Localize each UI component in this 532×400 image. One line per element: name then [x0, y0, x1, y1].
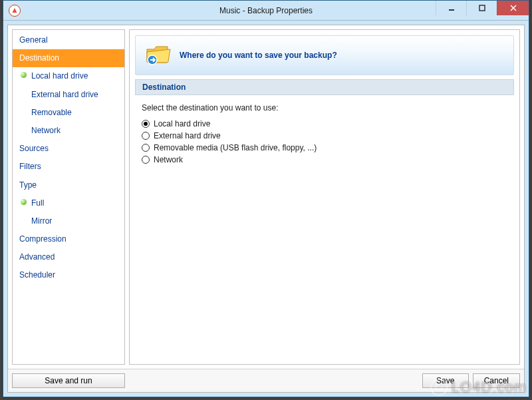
- radio-label: Removable media (USB flash drive, floppy…: [154, 143, 317, 152]
- radio-external-hard-drive[interactable]: External hard drive: [142, 130, 507, 142]
- radio-label: External hard drive: [154, 131, 221, 140]
- radio-icon: [142, 132, 150, 140]
- sidebar-item-removable[interactable]: Removable: [13, 104, 124, 122]
- sidebar-item-general[interactable]: General: [13, 31, 124, 49]
- main-area: General Destination Local hard drive Ext…: [8, 25, 524, 369]
- radio-icon: [142, 120, 150, 128]
- sidebar-item-filters[interactable]: Filters: [13, 158, 124, 176]
- sidebar-item-external-hard-drive[interactable]: External hard drive: [13, 86, 124, 104]
- radio-removable-media[interactable]: Removable media (USB flash drive, floppy…: [142, 142, 507, 154]
- minimize-button[interactable]: [436, 1, 466, 15]
- radio-icon: [142, 144, 150, 152]
- sidebar-item-full[interactable]: Full: [13, 194, 124, 212]
- svg-rect-0: [449, 9, 454, 11]
- cancel-button[interactable]: Cancel: [473, 373, 520, 388]
- sidebar-item-mirror[interactable]: Mirror: [13, 212, 124, 230]
- content-panel: Where do you want to save your backup? D…: [129, 29, 520, 365]
- close-button[interactable]: [497, 1, 529, 15]
- maximize-button[interactable]: [466, 1, 497, 15]
- sidebar-item-scheduler[interactable]: Scheduler: [13, 266, 124, 284]
- radio-label: Network: [154, 155, 183, 164]
- section-header: Destination: [135, 79, 514, 95]
- sidebar-item-sources[interactable]: Sources: [13, 140, 124, 158]
- save-button[interactable]: Save: [422, 373, 469, 388]
- folder-icon: [145, 44, 172, 67]
- radio-network[interactable]: Network: [142, 154, 507, 166]
- banner: Where do you want to save your backup?: [135, 35, 514, 75]
- client-area: General Destination Local hard drive Ext…: [7, 25, 525, 393]
- window-controls: [436, 1, 529, 15]
- save-and-run-button[interactable]: Save and run: [12, 373, 125, 388]
- section-prompt: Select the destination you want to use:: [142, 103, 507, 112]
- sidebar-item-type[interactable]: Type: [13, 176, 124, 194]
- sidebar-item-advanced[interactable]: Advanced: [13, 248, 124, 266]
- radio-label: Local hard drive: [154, 119, 210, 128]
- sidebar-item-network[interactable]: Network: [13, 122, 124, 140]
- sidebar-item-local-hard-drive[interactable]: Local hard drive: [13, 67, 124, 85]
- radio-icon: [142, 156, 150, 164]
- window: Music - Backup Properties General Destin…: [3, 0, 529, 397]
- sidebar-item-compression[interactable]: Compression: [13, 230, 124, 248]
- app-icon: [9, 5, 21, 17]
- footer: Save and run Save Cancel: [8, 369, 524, 392]
- section-body: Select the destination you want to use: …: [130, 95, 519, 174]
- banner-question: Where do you want to save your backup?: [180, 51, 337, 60]
- sidebar-item-destination[interactable]: Destination: [13, 49, 124, 67]
- titlebar[interactable]: Music - Backup Properties: [3, 1, 529, 21]
- sidebar: General Destination Local hard drive Ext…: [12, 29, 125, 365]
- radio-local-hard-drive[interactable]: Local hard drive: [142, 118, 507, 130]
- svg-rect-1: [479, 5, 485, 11]
